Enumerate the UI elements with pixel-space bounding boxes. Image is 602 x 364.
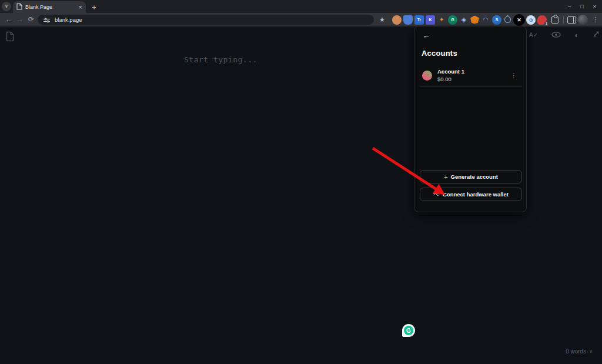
editor-placeholder[interactable]: Start typing...: [184, 55, 257, 64]
wallet-extension-popup: ← Accounts Account 1 $0.00 ⋮ + Generate …: [414, 26, 527, 212]
account-texts: Account 1 $0.00: [437, 68, 511, 82]
address-bar[interactable]: blank.page: [38, 15, 374, 25]
tr-extension-icon[interactable]: Tr: [414, 15, 424, 25]
reload-button[interactable]: ⟳: [26, 14, 36, 25]
restore-button[interactable]: □: [580, 4, 583, 9]
url-text: blank.page: [55, 16, 82, 23]
tab-favicon-icon: [16, 2, 22, 12]
back-button[interactable]: ←: [4, 14, 14, 25]
browser-menu-kebab-icon[interactable]: ⋮: [592, 15, 599, 25]
account-row[interactable]: Account 1 $0.00 ⋮: [419, 65, 523, 85]
eye-icon[interactable]: [551, 31, 561, 39]
spellcheck-icon[interactable]: A✓: [529, 32, 538, 38]
expand-icon[interactable]: [593, 31, 600, 39]
arc-extension-icon[interactable]: ◠: [481, 15, 490, 25]
forward-button[interactable]: →: [15, 14, 25, 25]
plus-icon: +: [444, 173, 447, 181]
profile-avatar[interactable]: [578, 15, 588, 25]
minimize-button[interactable]: –: [568, 4, 571, 9]
account-name: Account 1: [437, 68, 511, 75]
bookmark-star-icon[interactable]: ★: [377, 15, 387, 24]
generate-account-button[interactable]: + Generate account: [420, 170, 522, 183]
face-extension-icon[interactable]: [392, 15, 402, 25]
droplet-extension-icon[interactable]: [503, 15, 513, 25]
browser-toolbar: ← → ⟳ blank.page ★ TrK✦G◈◠S✕◷1 ⋮: [0, 13, 602, 26]
account-kebab-icon[interactable]: ⋮: [511, 72, 517, 79]
new-tab-button[interactable]: +: [89, 2, 99, 12]
popup-title: Accounts: [422, 49, 457, 58]
extensions-row: TrK✦G◈◠S✕◷1: [392, 14, 547, 25]
metamask-fox-extension-icon[interactable]: [470, 16, 479, 24]
clock-extension-icon[interactable]: ◷: [526, 15, 536, 25]
usb-icon: [433, 191, 440, 198]
grammarly-g-icon: G: [404, 326, 413, 335]
grammarly-extension-icon[interactable]: G: [448, 15, 457, 25]
popup-divider: [420, 86, 522, 87]
document-icon[interactable]: [6, 31, 14, 44]
wallet-extension-icon[interactable]: ✕: [513, 14, 525, 26]
editor-toolbar: A✓ ◐: [529, 31, 600, 39]
diamond-extension-icon[interactable]: ◈: [459, 15, 469, 25]
spark-extension-icon[interactable]: ✦: [437, 15, 446, 25]
connect-hardware-wallet-button[interactable]: Connect hardware wallet: [420, 188, 522, 201]
toolbar-separator: [563, 16, 564, 24]
account-balance: $0.00: [437, 76, 511, 82]
shield-extension-icon[interactable]: [403, 15, 413, 25]
site-settings-icon[interactable]: [44, 15, 50, 25]
word-count-text: 0 words: [566, 348, 586, 355]
contrast-icon[interactable]: ◐: [575, 31, 579, 39]
popup-back-button[interactable]: ←: [422, 31, 431, 41]
s-coin-extension-icon[interactable]: S: [492, 15, 501, 25]
generate-account-label: Generate account: [451, 173, 498, 180]
connect-hardware-wallet-label: Connect hardware wallet: [443, 191, 509, 198]
pin-extension-icon[interactable]: 1: [537, 15, 547, 25]
window-controls: – □ ×: [568, 0, 600, 13]
close-button[interactable]: ×: [593, 4, 596, 9]
chevron-down-icon: ∨: [589, 349, 593, 354]
tab-title: Blank Page: [25, 4, 79, 10]
tab-close-icon[interactable]: ×: [79, 4, 82, 11]
grammarly-badge[interactable]: G: [402, 324, 415, 337]
k-extension-icon[interactable]: K: [426, 15, 435, 25]
tab-search-chevron-icon[interactable]: ∨: [2, 2, 11, 11]
extensions-puzzle-icon[interactable]: [551, 16, 558, 24]
browser-tab[interactable]: Blank Page ×: [13, 1, 86, 13]
account-avatar: [422, 71, 432, 81]
tab-strip: ∨ Blank Page × + – □ ×: [0, 0, 602, 13]
word-count[interactable]: 0 words ∨: [566, 348, 593, 355]
side-panel-icon[interactable]: [567, 16, 576, 24]
